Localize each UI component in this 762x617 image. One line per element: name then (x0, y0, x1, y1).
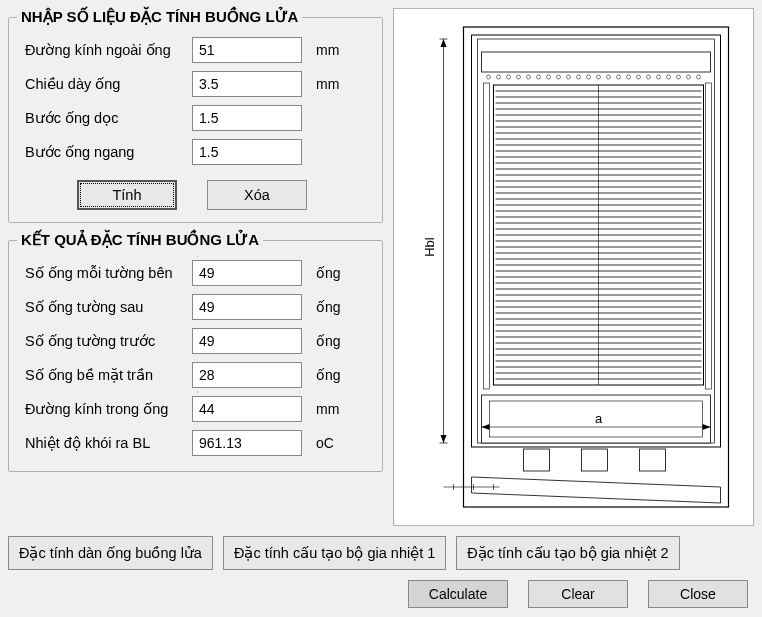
field-unit: oC (316, 435, 334, 451)
dim-label-h: Hbl (422, 237, 437, 257)
pitch-horizontal-input[interactable] (192, 139, 302, 165)
svg-point-23 (677, 75, 681, 79)
svg-point-5 (497, 75, 501, 79)
field-label: Bước ống dọc (17, 110, 192, 126)
furnace-svg: Hbl a (402, 17, 745, 517)
field-row: Bước ống ngang (17, 138, 374, 166)
clear-button[interactable]: Clear (528, 580, 628, 608)
field-row: Số ống bề mặt trần ống (17, 361, 374, 389)
svg-point-13 (577, 75, 581, 79)
svg-point-15 (597, 75, 601, 79)
field-row: Số ống tường trước ống (17, 327, 374, 355)
svg-point-4 (487, 75, 491, 79)
output-section: KẾT QUẢ ĐẶC TÍNH BUỒNG LỬA Số ống mỗi tư… (8, 231, 383, 472)
clear-inputs-button[interactable]: Xóa (207, 180, 307, 210)
field-row: Bước ống dọc (17, 104, 374, 132)
field-label: Số ống tường sau (17, 299, 192, 315)
svg-point-20 (647, 75, 651, 79)
field-row: Số ống mỗi tường bên ống (17, 259, 374, 287)
field-label: Chiều dày ống (17, 76, 192, 92)
field-unit: ống (316, 333, 341, 349)
tab-heater-2[interactable]: Đặc tính cấu tạo bộ gia nhiệt 2 (456, 536, 679, 570)
field-row: Chiều dày ống mm (17, 70, 374, 98)
tubes-rear-output[interactable] (192, 294, 302, 320)
svg-point-21 (657, 75, 661, 79)
svg-point-19 (637, 75, 641, 79)
svg-rect-77 (484, 83, 490, 389)
action-bar: Calculate Clear Close (8, 580, 754, 608)
tab-heater-1[interactable]: Đặc tính cấu tạo bộ gia nhiệt 1 (223, 536, 446, 570)
svg-point-6 (507, 75, 511, 79)
svg-point-7 (517, 75, 521, 79)
tubes-side-output[interactable] (192, 260, 302, 286)
tubes-front-output[interactable] (192, 328, 302, 354)
field-unit: mm (316, 42, 339, 58)
svg-rect-81 (524, 449, 550, 471)
svg-point-22 (667, 75, 671, 79)
field-row: Số ống tường sau ống (17, 293, 374, 321)
compute-button[interactable]: Tính (77, 180, 177, 210)
exit-temp-output[interactable] (192, 430, 302, 456)
svg-point-17 (617, 75, 621, 79)
svg-point-12 (567, 75, 571, 79)
svg-point-10 (547, 75, 551, 79)
svg-point-25 (697, 75, 701, 79)
field-label: Đường kính ngoài ống (17, 42, 192, 58)
svg-marker-89 (441, 435, 447, 443)
field-label: Đường kính trong ống (17, 401, 192, 417)
furnace-diagram: Hbl a (393, 8, 754, 526)
svg-marker-84 (472, 477, 721, 503)
field-row: Nhiệt độ khói ra BL oC (17, 429, 374, 457)
svg-point-16 (607, 75, 611, 79)
svg-rect-78 (706, 83, 712, 389)
field-row: Đường kính ngoài ống mm (17, 36, 374, 64)
tubes-ceiling-output[interactable] (192, 362, 302, 388)
field-unit: ống (316, 367, 341, 383)
tab-bar: Đặc tính dàn ống buồng lửa Đặc tính cấu … (8, 536, 754, 570)
thickness-input[interactable] (192, 71, 302, 97)
svg-rect-83 (640, 449, 666, 471)
svg-point-18 (627, 75, 631, 79)
field-label: Số ống mỗi tường bên (17, 265, 192, 281)
calculate-button[interactable]: Calculate (408, 580, 508, 608)
field-unit: ống (316, 265, 341, 281)
field-row: Đường kính trong ống mm (17, 395, 374, 423)
input-section: NHẬP SỐ LIỆU ĐẶC TÍNH BUỒNG LỬA Đường kí… (8, 8, 383, 223)
field-unit: mm (316, 76, 339, 92)
svg-point-9 (537, 75, 541, 79)
field-label: Bước ống ngang (17, 144, 192, 160)
outer-diameter-input[interactable] (192, 37, 302, 63)
svg-point-11 (557, 75, 561, 79)
dim-label-a: a (595, 411, 603, 426)
inner-diameter-output[interactable] (192, 396, 302, 422)
svg-point-24 (687, 75, 691, 79)
field-label: Số ống tường trước (17, 333, 192, 349)
output-section-title: KẾT QUẢ ĐẶC TÍNH BUỒNG LỬA (17, 231, 263, 249)
field-label: Số ống bề mặt trần (17, 367, 192, 383)
svg-rect-3 (482, 52, 711, 72)
svg-rect-82 (582, 449, 608, 471)
input-section-title: NHẬP SỐ LIỆU ĐẶC TÍNH BUỒNG LỬA (17, 8, 302, 26)
svg-point-14 (587, 75, 591, 79)
field-unit: mm (316, 401, 339, 417)
pitch-vertical-input[interactable] (192, 105, 302, 131)
field-unit: ống (316, 299, 341, 315)
svg-marker-88 (441, 39, 447, 47)
svg-point-8 (527, 75, 531, 79)
tab-furnace-tubes[interactable]: Đặc tính dàn ống buồng lửa (8, 536, 213, 570)
close-button[interactable]: Close (648, 580, 748, 608)
field-label: Nhiệt độ khói ra BL (17, 435, 192, 451)
